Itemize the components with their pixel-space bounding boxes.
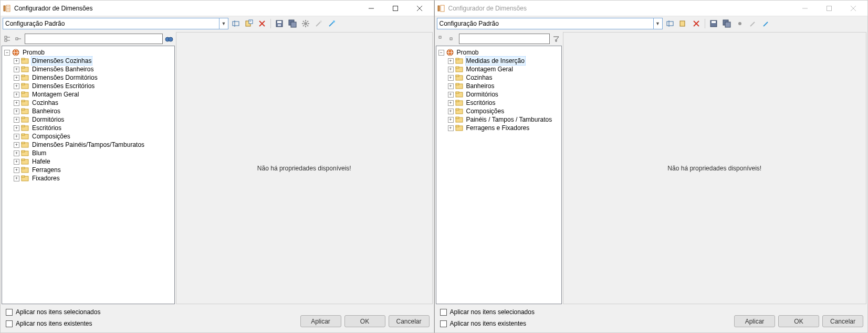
- expand-icon[interactable]: +: [14, 92, 19, 98]
- wand-blue-icon[interactable]: [760, 18, 772, 29]
- expand-icon[interactable]: +: [14, 134, 19, 139]
- tree-item[interactable]: +Medidas de Inserção: [448, 57, 559, 65]
- rename-icon[interactable]: [664, 18, 676, 29]
- tree-item[interactable]: +Dimensões Painéis/Tampos/Tamburatos: [14, 141, 172, 149]
- tree-item[interactable]: +Composições: [448, 107, 559, 115]
- expand-icon[interactable]: +: [14, 67, 19, 72]
- gear-icon[interactable]: [300, 18, 311, 29]
- tree[interactable]: −Promob+Medidas de Inserção+Montagem Ger…: [436, 46, 562, 304]
- expand-icon[interactable]: +: [14, 75, 19, 81]
- chevron-down-icon[interactable]: ▼: [653, 18, 662, 29]
- tree-item[interactable]: +Ferragens: [14, 166, 172, 174]
- tree[interactable]: −Promob+Dimensões Cozinhas+Dimensões Ban…: [2, 46, 175, 304]
- expand-icon[interactable]: +: [14, 167, 19, 173]
- tree-item[interactable]: +Banheiros: [14, 107, 172, 115]
- collapse-all-icon[interactable]: [448, 34, 457, 44]
- search-input[interactable]: [459, 34, 550, 44]
- expand-icon[interactable]: +: [14, 58, 19, 64]
- rename-icon[interactable]: [230, 18, 242, 29]
- expand-icon[interactable]: +: [14, 159, 19, 165]
- tree-item[interactable]: +Dimensões Banheiros: [14, 65, 172, 73]
- collapse-icon[interactable]: −: [4, 50, 10, 56]
- apply-selected-checkbox[interactable]: Aplicar nos itens selecionados: [440, 308, 728, 316]
- tree-root[interactable]: −Promob: [438, 48, 559, 57]
- tree-item[interactable]: +Dimensões Dormitórios: [14, 73, 172, 82]
- apply-existing-checkbox[interactable]: Aplicar nos itens existentes: [440, 320, 728, 327]
- config-select[interactable]: Configuração Padrão ▼: [3, 18, 228, 29]
- collapse-all-icon[interactable]: [14, 34, 23, 44]
- expand-icon[interactable]: +: [448, 117, 454, 123]
- tree-item[interactable]: +Banheiros: [448, 82, 559, 90]
- tree-item[interactable]: +Cozinhas: [448, 73, 559, 82]
- chevron-down-icon[interactable]: ▼: [219, 18, 228, 29]
- config-select[interactable]: Configuração Padrão ▼: [437, 18, 663, 29]
- close-button[interactable]: [841, 1, 865, 16]
- wand-gray-icon[interactable]: [313, 18, 325, 29]
- tree-item[interactable]: +Hafele: [14, 157, 172, 166]
- expand-icon[interactable]: +: [448, 125, 454, 131]
- tree-item[interactable]: +Montagem Geral: [14, 90, 172, 99]
- expand-icon[interactable]: +: [14, 83, 19, 89]
- delete-icon[interactable]: [691, 18, 702, 29]
- cancel-button[interactable]: Cancelar: [389, 315, 430, 327]
- expand-icon[interactable]: +: [14, 142, 19, 148]
- tree-root[interactable]: −Promob: [4, 48, 172, 57]
- maximize-button[interactable]: [817, 1, 841, 16]
- tree-item[interactable]: +Dormitórios: [14, 115, 172, 124]
- tree-root-label: Promob: [456, 48, 480, 57]
- delete-icon[interactable]: [256, 18, 268, 29]
- expand-icon[interactable]: +: [448, 67, 454, 72]
- maximize-button[interactable]: [383, 1, 407, 16]
- tree-item[interactable]: +Ferragens e Fixadores: [448, 124, 559, 132]
- expand-all-icon[interactable]: [437, 34, 446, 44]
- tree-item[interactable]: +Dimensões Escritórios: [14, 82, 172, 90]
- expand-icon[interactable]: +: [448, 58, 454, 64]
- wand-blue-icon[interactable]: [326, 18, 338, 29]
- collapse-icon[interactable]: −: [438, 50, 444, 56]
- save-icon[interactable]: [274, 18, 285, 29]
- save-all-icon[interactable]: [287, 18, 298, 29]
- tree-item[interactable]: +Fixadores: [14, 174, 172, 182]
- folder-icon: [21, 149, 29, 157]
- tree-item[interactable]: +Escritórios: [14, 124, 172, 132]
- expand-icon[interactable]: +: [14, 151, 19, 156]
- binoculars-icon[interactable]: [164, 34, 174, 44]
- expand-icon[interactable]: +: [14, 176, 19, 181]
- expand-icon[interactable]: +: [448, 83, 454, 89]
- ok-button[interactable]: OK: [344, 315, 385, 327]
- wand-gray-icon[interactable]: [747, 18, 759, 29]
- apply-button[interactable]: Aplicar: [734, 315, 775, 327]
- minimize-button[interactable]: [793, 1, 817, 16]
- close-button[interactable]: [407, 1, 432, 16]
- expand-icon[interactable]: +: [14, 109, 19, 114]
- new-config-icon[interactable]: +: [243, 18, 255, 29]
- tree-item[interactable]: +Painéis / Tampos / Tamburatos: [448, 115, 559, 124]
- apply-selected-checkbox[interactable]: Aplicar nos itens selecionados: [6, 308, 294, 316]
- ok-button[interactable]: OK: [778, 315, 819, 327]
- filter-icon[interactable]: [551, 34, 561, 44]
- tree-item[interactable]: +Dormitórios: [448, 90, 559, 99]
- expand-icon[interactable]: +: [448, 75, 454, 81]
- tree-item[interactable]: +Escritórios: [448, 99, 559, 107]
- tree-item[interactable]: +Dimensões Cozinhas: [14, 57, 172, 65]
- tree-item[interactable]: +Composições: [14, 132, 172, 141]
- new-config-icon[interactable]: [677, 18, 689, 29]
- minimize-button[interactable]: [359, 1, 383, 16]
- gear-icon[interactable]: [734, 18, 746, 29]
- expand-icon[interactable]: +: [448, 100, 454, 106]
- search-input[interactable]: [25, 34, 163, 44]
- expand-icon[interactable]: +: [14, 125, 19, 131]
- apply-button[interactable]: Aplicar: [300, 315, 341, 327]
- save-icon[interactable]: [708, 18, 719, 29]
- expand-icon[interactable]: +: [14, 100, 19, 106]
- expand-icon[interactable]: +: [14, 117, 19, 123]
- apply-existing-checkbox[interactable]: Aplicar nos itens existentes: [6, 320, 294, 327]
- expand-all-icon[interactable]: [3, 34, 12, 44]
- expand-icon[interactable]: +: [448, 92, 454, 98]
- tree-item[interactable]: +Cozinhas: [14, 99, 172, 107]
- cancel-button[interactable]: Cancelar: [822, 315, 863, 327]
- tree-item[interactable]: +Blum: [14, 149, 172, 157]
- save-all-icon[interactable]: [721, 18, 733, 29]
- tree-item[interactable]: +Montagem Geral: [448, 65, 559, 73]
- expand-icon[interactable]: +: [448, 109, 454, 114]
